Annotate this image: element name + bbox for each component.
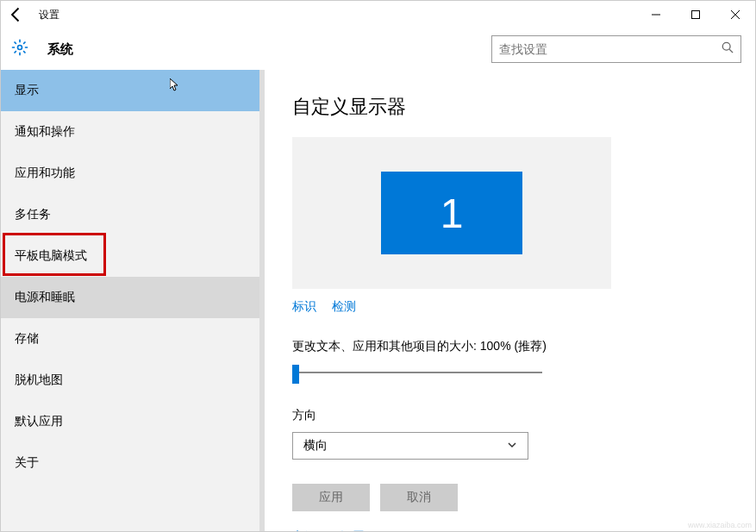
svg-point-4 [18, 46, 22, 50]
gear-icon [11, 39, 28, 59]
sidebar-item-storage[interactable]: 存储 [1, 318, 265, 360]
chevron-down-icon [507, 439, 517, 453]
sidebar-item-notifications[interactable]: 通知和操作 [1, 111, 265, 153]
sidebar-item-multitasking[interactable]: 多任务 [1, 194, 265, 235]
scale-slider[interactable] [292, 363, 542, 384]
svg-point-5 [722, 42, 730, 50]
display-preview[interactable]: 1 [292, 137, 611, 289]
sidebar-item-display[interactable]: 显示 [1, 70, 265, 111]
back-button[interactable] [8, 6, 25, 23]
svg-rect-1 [692, 11, 700, 19]
minimize-button[interactable] [636, 1, 676, 28]
sidebar-item-offline-maps[interactable]: 脱机地图 [1, 360, 265, 401]
slider-thumb[interactable] [292, 365, 299, 384]
sidebar-item-power-sleep[interactable]: 电源和睡眠 [1, 277, 265, 318]
sidebar-item-tablet-mode[interactable]: 平板电脑模式 [1, 235, 265, 277]
header: 系统 [1, 28, 755, 70]
page-heading: 自定义显示器 [292, 94, 728, 120]
search-input[interactable] [499, 42, 734, 56]
search-box[interactable] [491, 35, 741, 63]
sidebar-item-apps[interactable]: 应用和功能 [1, 153, 265, 194]
sidebar: 显示 通知和操作 应用和功能 多任务 平板电脑模式 电源和睡眠 存储 脱机地图 … [1, 70, 265, 531]
orientation-label: 方向 [292, 408, 728, 423]
scale-label: 更改文本、应用和其他项目的大小: 100% (推荐) [292, 339, 728, 354]
content-panel: 自定义显示器 1 标识 检测 更改文本、应用和其他项目的大小: 100% (推荐… [265, 70, 755, 531]
orientation-dropdown[interactable]: 横向 [292, 432, 528, 460]
monitor-tile[interactable]: 1 [381, 172, 522, 254]
advanced-display-link[interactable]: 高级显示设置 [292, 529, 365, 531]
svg-line-6 [729, 49, 733, 53]
search-icon [722, 41, 734, 57]
apply-button[interactable]: 应用 [292, 484, 370, 511]
detect-link[interactable]: 检测 [332, 299, 356, 315]
window-title: 设置 [39, 8, 59, 22]
sidebar-item-about[interactable]: 关于 [1, 442, 265, 484]
identify-link[interactable]: 标识 [292, 299, 316, 315]
sidebar-item-default-apps[interactable]: 默认应用 [1, 401, 265, 442]
maximize-button[interactable] [676, 1, 715, 28]
category-title: 系统 [47, 41, 73, 58]
cancel-button[interactable]: 取消 [380, 484, 458, 511]
close-button[interactable] [715, 1, 755, 28]
title-bar: 设置 [1, 1, 755, 28]
